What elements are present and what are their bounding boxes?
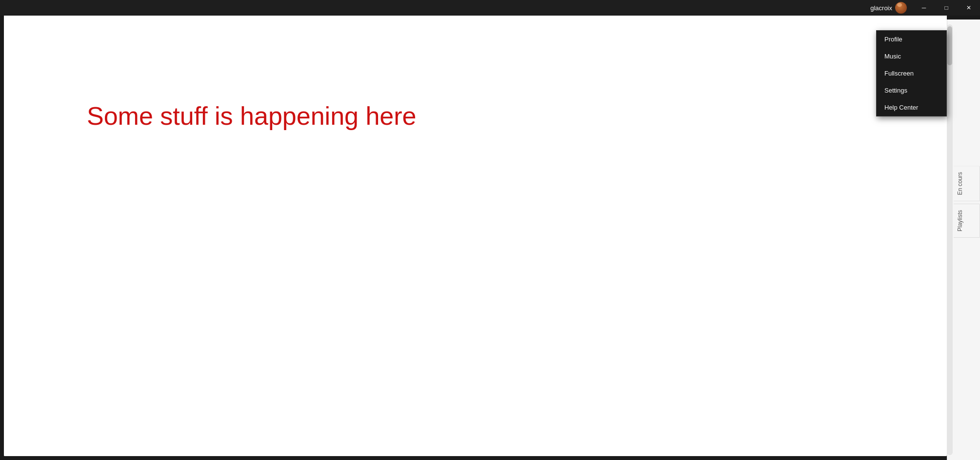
window-titlebar: glacroix ─ □ ✕ xyxy=(0,0,980,16)
close-button[interactable]: ✕ xyxy=(958,0,980,16)
dropdown-item-help-center[interactable]: Help Center xyxy=(877,99,946,116)
avatar xyxy=(895,2,907,14)
tab-playlists[interactable]: Playlists xyxy=(954,204,980,238)
scrollbar-thumb[interactable] xyxy=(947,26,952,65)
right-sidebar: En cours Playlists xyxy=(947,19,980,460)
dropdown-item-music[interactable]: Music xyxy=(877,48,946,65)
vertical-tabs: En cours Playlists xyxy=(954,19,980,238)
dropdown-item-profile[interactable]: Profile xyxy=(877,31,946,48)
dropdown-menu: Profile Music Fullscreen Settings Help C… xyxy=(876,30,947,116)
dropdown-item-fullscreen[interactable]: Fullscreen xyxy=(877,65,946,82)
tab-en-cours[interactable]: En cours xyxy=(954,166,980,201)
main-window: Some stuff is happening here xyxy=(4,4,947,456)
content-area: Some stuff is happening here xyxy=(4,4,947,456)
scrollbar-track xyxy=(947,24,953,455)
main-content-text: Some stuff is happening here xyxy=(87,101,417,131)
dropdown-item-settings[interactable]: Settings xyxy=(877,82,946,99)
scrollbar-area[interactable] xyxy=(946,19,953,460)
minimize-button[interactable]: ─ xyxy=(913,0,935,16)
username-label: glacroix xyxy=(870,4,892,12)
maximize-button[interactable]: □ xyxy=(935,0,958,16)
user-info-area[interactable]: glacroix xyxy=(864,0,913,16)
